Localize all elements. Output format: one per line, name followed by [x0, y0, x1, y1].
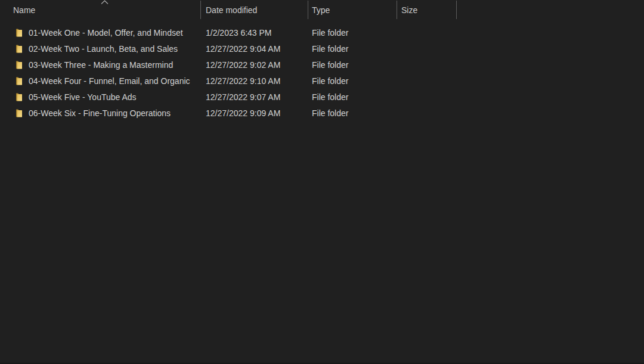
file-date-modified: 12/27/2022 9:02 AM [200, 60, 308, 70]
file-date-modified: 12/27/2022 9:04 AM [200, 44, 308, 54]
folder-icon [14, 60, 24, 70]
sort-ascending-icon [101, 0, 109, 5]
file-name: 06-Week Six - Fine-Tuning Operations [29, 108, 171, 118]
file-type: File folder [308, 60, 397, 70]
file-row[interactable]: 04-Week Four - Funnel, Email, and Organi… [0, 73, 644, 89]
file-row[interactable]: 02-Week Two - Launch, Beta, and Sales 12… [0, 41, 644, 57]
file-name: 02-Week Two - Launch, Beta, and Sales [29, 44, 178, 54]
file-type: File folder [308, 28, 397, 38]
file-type: File folder [308, 92, 397, 102]
column-header-size[interactable]: Size [397, 0, 456, 20]
column-resize-handle-date-modified[interactable] [308, 1, 308, 19]
file-date-modified: 1/2/2023 6:43 PM [200, 28, 308, 38]
file-date-modified: 12/27/2022 9:07 AM [200, 92, 308, 102]
column-header-size-label: Size [401, 5, 417, 15]
file-name-cell: 04-Week Four - Funnel, Email, and Organi… [0, 76, 200, 86]
file-row[interactable]: 05-Week Five - YouTube Ads 12/27/2022 9:… [0, 89, 644, 105]
folder-icon [14, 92, 24, 102]
file-type: File folder [308, 44, 397, 54]
column-header-name-label: Name [13, 5, 35, 15]
column-header-date-modified[interactable]: Date modified [200, 0, 308, 20]
column-resize-handle-type[interactable] [397, 1, 397, 19]
file-name: 04-Week Four - Funnel, Email, and Organi… [29, 76, 190, 86]
column-header-type-label: Type [312, 5, 330, 15]
column-header-type[interactable]: Type [308, 0, 397, 20]
file-row[interactable]: 06-Week Six - Fine-Tuning Operations 12/… [0, 105, 644, 121]
file-type: File folder [308, 108, 397, 118]
folder-icon [14, 28, 24, 38]
file-name: 03-Week Three - Making a Mastermind [29, 60, 173, 70]
file-name: 01-Week One - Model, Offer, and Mindset [29, 28, 183, 38]
column-header-name[interactable]: Name [0, 0, 200, 20]
folder-icon [14, 108, 24, 118]
file-name-cell: 05-Week Five - YouTube Ads [0, 92, 200, 102]
file-name-cell: 06-Week Six - Fine-Tuning Operations [0, 108, 200, 118]
file-name-cell: 03-Week Three - Making a Mastermind [0, 60, 200, 70]
folder-icon [14, 76, 24, 86]
column-header-date-modified-label: Date modified [206, 5, 257, 15]
file-row[interactable]: 03-Week Three - Making a Mastermind 12/2… [0, 57, 644, 73]
file-row[interactable]: 01-Week One - Model, Offer, and Mindset … [0, 24, 644, 41]
file-name-cell: 02-Week Two - Launch, Beta, and Sales [0, 44, 200, 54]
file-date-modified: 12/27/2022 9:10 AM [200, 76, 308, 86]
column-resize-handle-name[interactable] [200, 1, 201, 19]
column-resize-handle-size[interactable] [456, 1, 457, 19]
file-explorer-window: Name Date modified Type Size 01-Week One… [0, 0, 644, 364]
file-name: 05-Week Five - YouTube Ads [29, 92, 137, 102]
file-list[interactable]: 01-Week One - Model, Offer, and Mindset … [0, 24, 644, 363]
file-name-cell: 01-Week One - Model, Offer, and Mindset [0, 28, 200, 38]
file-date-modified: 12/27/2022 9:09 AM [200, 108, 308, 118]
folder-icon [14, 44, 24, 54]
column-headers: Name Date modified Type Size [0, 0, 644, 20]
file-type: File folder [308, 76, 397, 86]
